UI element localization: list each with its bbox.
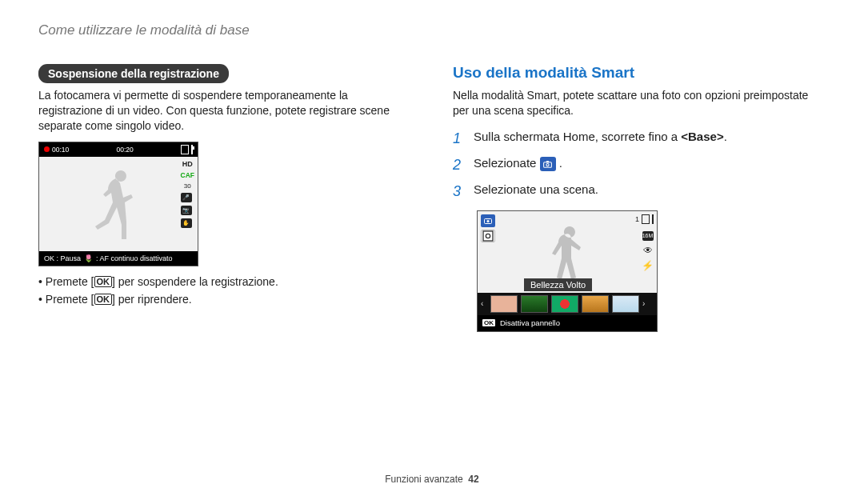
lcd2-bottom-bar: OK Disattiva pannello [478, 315, 657, 331]
dancer-silhouette-icon [90, 164, 146, 244]
macro-icon: 🌷 [84, 254, 93, 262]
elapsed-time: 00:10 [52, 146, 69, 154]
bullet-2: Premete [OK] per riprendere. [38, 290, 411, 308]
flash-icon: ⚡ [642, 260, 654, 271]
ok-key-icon: OK [94, 294, 113, 305]
lcd-hint-left: OK : Pausa [44, 254, 81, 262]
battery-icon [191, 146, 193, 154]
hand-icon: ✋ [181, 218, 192, 228]
scene-thumbnails: ‹ › [478, 293, 657, 315]
section-intro: Nella modalità Smart, potete scattare un… [453, 88, 826, 118]
svg-point-4 [487, 220, 490, 222]
ok-key-icon: OK [94, 276, 113, 287]
eye-icon: 👁 [643, 245, 653, 256]
intro-text: La fotocamera vi permette di sospendere … [38, 88, 411, 134]
chevron-left-icon: ‹ [481, 299, 487, 308]
shot-count: 1 [635, 215, 639, 223]
size-badge: 16M [642, 231, 654, 241]
step-3-text: Selezionate una scena. [474, 181, 598, 199]
svg-rect-0 [544, 162, 552, 168]
bullet-1: Premete [OK] per sospendere la registraz… [38, 273, 411, 290]
hd-badge: HD [181, 160, 194, 168]
lcd-canvas: HD CAF 30 🎤 📷 ✋ [39, 157, 198, 251]
ok-badge: OK [482, 319, 495, 326]
mic-icon: 🎤 [181, 193, 192, 202]
thumb-sunset [582, 295, 609, 313]
svg-rect-5 [483, 231, 493, 241]
camera-icon: 📷 [181, 206, 192, 215]
smart-mode-icon [540, 157, 556, 171]
total-time: 00:20 [117, 146, 134, 154]
mode-chip-camera [481, 214, 495, 227]
step-1-text: Sulla schermata Home, scorrete fino a <B… [474, 128, 727, 146]
thumb-face [490, 295, 518, 313]
lcd-bottom-bar: OK : Pausa 🌷 : AF continuo disattivato [39, 251, 198, 266]
svg-point-1 [546, 163, 549, 166]
step-number: 1 [453, 128, 466, 150]
svg-rect-2 [546, 161, 549, 162]
thumb-macro [551, 295, 578, 313]
mode-chip-target [481, 230, 495, 242]
caf-indicator: CAF [181, 171, 194, 179]
thumb-action [612, 295, 639, 313]
subsection-pill: Sospensione della registrazione [38, 64, 229, 83]
breadcrumb: Come utilizzare le modalità di base [38, 22, 826, 38]
page-footer: Funzioni avanzate 42 [0, 474, 864, 485]
lcd-top-bar: 00:10 00:20 [39, 142, 198, 157]
camera-preview-large: 1 16M 👁 ⚡ Bellezza Volto [477, 210, 658, 332]
step-2-text: Selezionate . [474, 154, 562, 173]
thumb-night [521, 295, 548, 313]
fps-indicator: 30 [181, 182, 194, 190]
chevron-right-icon: › [642, 299, 649, 308]
step-number: 2 [453, 154, 466, 176]
sd-icon [181, 145, 189, 154]
footer-section: Funzioni avanzate [385, 474, 462, 485]
step-number: 3 [453, 181, 466, 202]
lcd2-canvas: 1 16M 👁 ⚡ Bellezza Volto [478, 211, 657, 315]
scene-label: Bellezza Volto [524, 278, 592, 291]
lcd2-hint: Disattiva pannello [500, 318, 560, 327]
lcd-hint-right: : AF continuo disattivato [96, 254, 173, 262]
record-icon [44, 146, 50, 152]
page-number: 42 [468, 474, 478, 485]
section-heading: Uso della modalità Smart [453, 64, 826, 82]
camera-preview-small: 00:10 00:20 HD CAF 30 🎤 📷 ✋ [38, 142, 198, 266]
svg-point-6 [486, 234, 490, 238]
